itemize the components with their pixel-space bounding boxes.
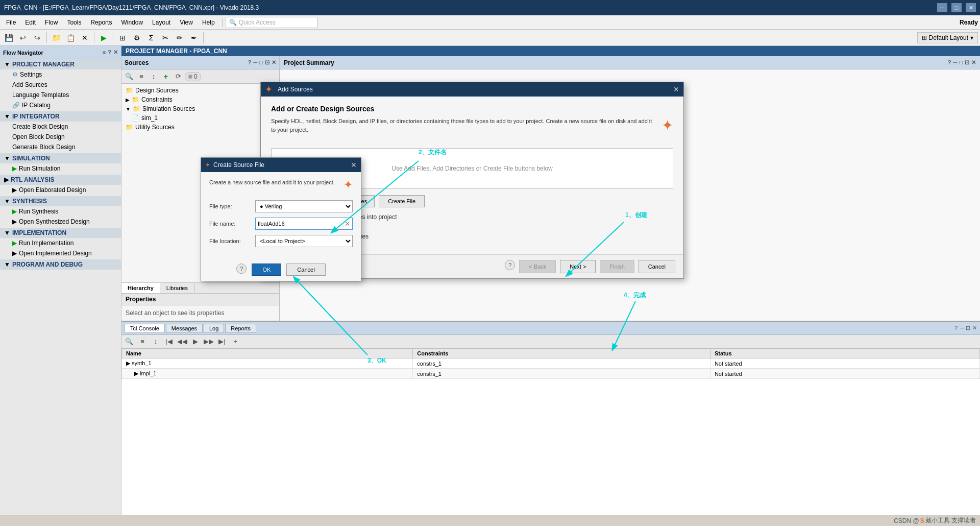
sidebar-item-run-simulation[interactable]: ▶ Run Simulation: [0, 163, 121, 174]
menu-view[interactable]: View: [176, 17, 197, 28]
sidebar-item-run-synthesis[interactable]: ▶ Run Synthesis: [0, 206, 121, 217]
create-source-close-btn[interactable]: ✕: [351, 161, 357, 169]
tcl-min-icon[interactable]: ─: [960, 325, 964, 331]
menu-layout[interactable]: Layout: [148, 17, 175, 28]
menu-flow[interactable]: Flow: [41, 17, 62, 28]
tree-constraints[interactable]: ▶ 📁 Constraints: [121, 95, 279, 104]
toolbar-open[interactable]: 📁: [50, 31, 63, 44]
cancel-button[interactable]: Cancel: [639, 260, 675, 273]
sources-filter-btn[interactable]: ≡: [136, 71, 147, 82]
sources-sort-btn[interactable]: ↕: [148, 71, 159, 82]
sidebar-item-add-sources[interactable]: Add Sources: [0, 80, 121, 90]
sidebar-item-language-templates[interactable]: Language Templates: [0, 90, 121, 100]
tree-utility-sources[interactable]: 📁 Utility Sources: [121, 123, 279, 132]
file-name-input[interactable]: [255, 218, 353, 230]
toolbar-undo[interactable]: ↩: [16, 31, 30, 44]
tcl-filter-btn[interactable]: ≡: [137, 336, 148, 347]
sidebar-item-open-elaborated[interactable]: ▶ Open Elaborated Design: [0, 185, 121, 195]
toolbar-marker[interactable]: ✒: [187, 31, 201, 44]
add-sources-close-btn[interactable]: ✕: [673, 85, 679, 93]
menu-window[interactable]: Window: [117, 17, 147, 28]
menu-file[interactable]: File: [2, 17, 20, 28]
tcl-max-icon[interactable]: ⊡: [966, 325, 970, 331]
tcl-add-btn[interactable]: +: [230, 336, 241, 347]
tcl-close-icon[interactable]: ✕: [972, 325, 977, 331]
sidebar-item-run-implementation[interactable]: ▶ Run Implementation: [0, 238, 121, 248]
flow-nav-icon-1[interactable]: ≡: [103, 49, 106, 56]
toolbar-parallel[interactable]: ⊞: [116, 31, 129, 44]
menu-tools[interactable]: Tools: [63, 17, 85, 28]
quick-access-search[interactable]: 🔍 Quick Access: [226, 17, 317, 28]
toolbar-settings[interactable]: ⚙: [130, 31, 143, 44]
tcl-last-btn[interactable]: ▶|: [216, 336, 228, 347]
sidebar-item-open-block[interactable]: Open Block Design: [0, 132, 121, 142]
tcl-first-btn[interactable]: |◀: [163, 336, 175, 347]
toolbar-cut[interactable]: ✂: [159, 31, 172, 44]
tcl-search-btn[interactable]: 🔍: [124, 336, 135, 347]
layout-selector[interactable]: ⊞ Default Layout ▾: [917, 32, 978, 43]
tree-design-sources[interactable]: 📁 Design Sources: [121, 86, 279, 95]
toolbar-delete[interactable]: ✕: [78, 31, 91, 44]
section-synthesis[interactable]: ▼ SYNTHESIS: [0, 196, 121, 206]
sidebar-item-settings[interactable]: ⚙ Settings: [0, 69, 121, 80]
back-button[interactable]: < Back: [519, 260, 556, 273]
sidebar-item-ip-catalog[interactable]: 🔗 IP Catalog: [0, 100, 121, 110]
tree-simulation-sources[interactable]: ▼ 📁 Simulation Sources: [121, 104, 279, 113]
create-source-help-btn[interactable]: ?: [236, 264, 247, 274]
minimize-button[interactable]: ─: [937, 3, 947, 12]
sources-close-icon[interactable]: ✕: [272, 59, 276, 66]
add-sources-help-btn[interactable]: ?: [505, 260, 515, 270]
clear-input-icon[interactable]: ✕: [345, 220, 351, 228]
tab-messages[interactable]: Messages: [166, 324, 203, 333]
flow-nav-icon-3[interactable]: ✕: [113, 49, 118, 56]
finish-button[interactable]: Finish: [600, 260, 634, 273]
sources-float-icon[interactable]: □: [259, 59, 263, 66]
sources-minimize-icon[interactable]: ─: [254, 59, 258, 66]
toolbar-sigma[interactable]: Σ: [144, 31, 158, 44]
ps-max-icon[interactable]: ⊡: [965, 59, 969, 66]
sidebar-item-open-implemented[interactable]: ▶ Open Implemented Design: [0, 248, 121, 258]
next-button[interactable]: Next >: [560, 260, 596, 273]
section-program-debug[interactable]: ▼ PROGRAM AND DEBUG: [0, 259, 121, 270]
tab-reports[interactable]: Reports: [225, 324, 256, 333]
toolbar-redo[interactable]: ↪: [31, 31, 44, 44]
toolbar-save[interactable]: 💾: [2, 31, 15, 44]
section-rtl-analysis[interactable]: ▶ RTL ANALYSIS: [0, 175, 121, 185]
section-project-manager[interactable]: ▼ PROJECT MANAGER: [0, 59, 121, 69]
ps-min-icon[interactable]: ─: [953, 59, 958, 66]
tcl-prev-btn[interactable]: ◀◀: [177, 336, 188, 347]
ps-close-icon[interactable]: ✕: [971, 59, 976, 66]
tcl-next-btn[interactable]: ▶▶: [203, 336, 214, 347]
synth1-expand[interactable]: ▶ synth_1: [122, 358, 413, 369]
menu-reports[interactable]: Reports: [86, 17, 116, 28]
create-source-ok-btn[interactable]: OK: [252, 264, 281, 276]
maximize-button[interactable]: □: [951, 3, 962, 12]
tcl-help-icon[interactable]: ?: [954, 325, 958, 331]
create-file-button[interactable]: Create File: [379, 195, 425, 207]
file-type-select[interactable]: ● Verilog VHDL SystemVerilog: [255, 200, 353, 212]
menu-help[interactable]: Help: [198, 17, 219, 28]
sidebar-item-open-synthesized[interactable]: ▶ Open Synthesized Design: [0, 217, 121, 227]
ps-help-icon[interactable]: ?: [948, 59, 951, 66]
file-location-select[interactable]: <Local to Project>: [255, 235, 353, 247]
sources-max-icon[interactable]: ⊡: [265, 59, 270, 66]
toolbar-pencil[interactable]: ✏: [173, 31, 186, 44]
toolbar-copy[interactable]: 📋: [64, 31, 77, 44]
sources-add-btn[interactable]: +: [160, 71, 172, 82]
section-implementation[interactable]: ▼ IMPLEMENTATION: [0, 228, 121, 238]
close-button[interactable]: ✕: [966, 3, 976, 12]
sources-refresh-btn[interactable]: ⟳: [173, 71, 184, 82]
create-source-cancel-btn[interactable]: Cancel: [286, 264, 325, 276]
tcl-sort-btn[interactable]: ↕: [150, 336, 161, 347]
flow-nav-icon-2[interactable]: ?: [108, 49, 111, 56]
tab-log[interactable]: Log: [204, 324, 224, 333]
impl1-expand[interactable]: ▶ impl_1: [122, 369, 413, 379]
tcl-play-btn[interactable]: ▶: [190, 336, 201, 347]
sidebar-item-create-block[interactable]: Create Block Design: [0, 122, 121, 132]
toolbar-run[interactable]: ▶: [97, 31, 110, 44]
sources-search-btn[interactable]: 🔍: [124, 71, 135, 82]
menu-edit[interactable]: Edit: [21, 17, 40, 28]
section-simulation[interactable]: ▼ SIMULATION: [0, 153, 121, 163]
tab-tcl-console[interactable]: Tcl Console: [125, 324, 165, 333]
tree-sim1[interactable]: 📄 sim_1: [121, 113, 279, 123]
